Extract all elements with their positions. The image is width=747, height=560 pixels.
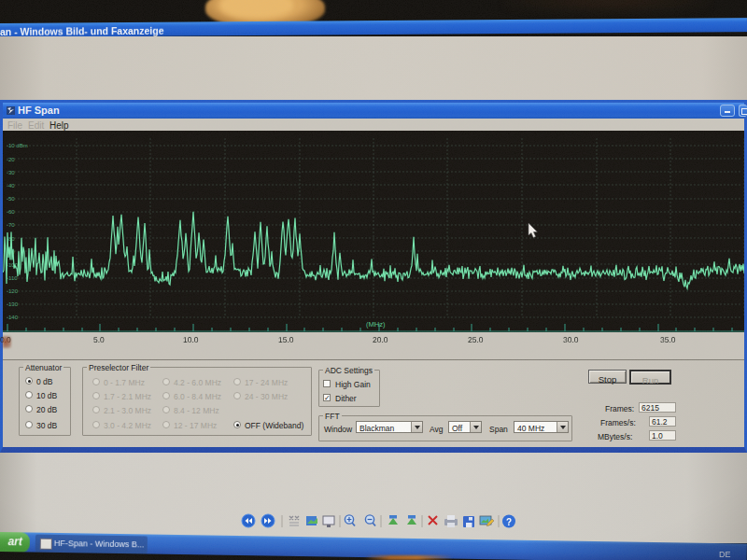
svg-text:?: ? <box>506 517 512 527</box>
svg-text:-130: -130 <box>7 301 19 307</box>
svg-text:-60: -60 <box>7 209 15 215</box>
svg-text:-120: -120 <box>7 288 19 294</box>
svg-text:-140: -140 <box>7 315 19 320</box>
svg-text:(MHz): (MHz) <box>366 320 386 329</box>
svg-text:-70: -70 <box>7 222 15 228</box>
svg-text:-20: -20 <box>7 157 15 162</box>
svg-text:-50: -50 <box>7 196 15 202</box>
svg-text:-110: -110 <box>7 275 18 281</box>
svg-text:-40: -40 <box>7 183 15 189</box>
svg-text:-10 dBm: -10 dBm <box>7 143 28 148</box>
svg-text:-30: -30 <box>7 170 15 175</box>
